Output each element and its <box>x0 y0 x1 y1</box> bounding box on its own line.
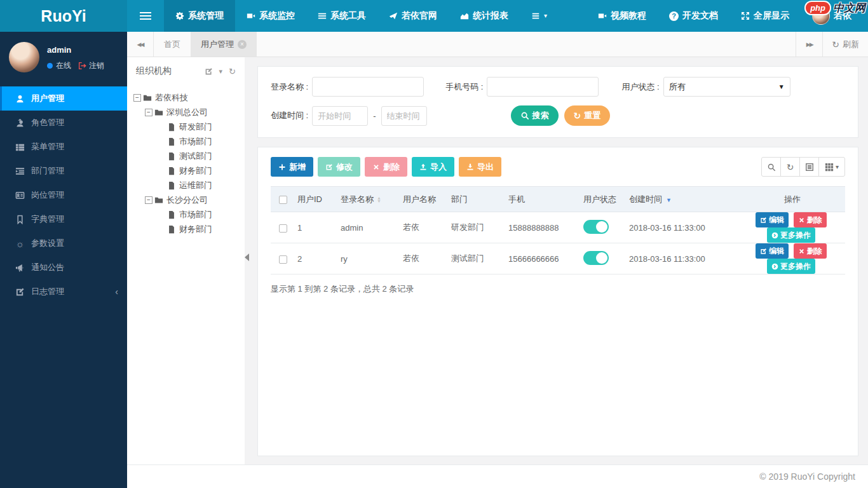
col-status: 用户状态 <box>583 194 616 204</box>
sidebar-item-log-manage[interactable]: 日志管理 ‹ <box>0 280 127 304</box>
sort-icons[interactable]: ▲▼ <box>377 196 381 203</box>
file-icon <box>167 181 176 190</box>
collapse-expander-icon[interactable] <box>145 109 153 116</box>
sidebar-item-dict-manage[interactable]: 字典管理 <box>0 207 127 231</box>
status-toggle[interactable] <box>583 220 609 234</box>
export-button[interactable]: 导出 <box>459 157 501 177</box>
nav-item-system-manage[interactable]: 系统管理 <box>164 0 235 32</box>
row-more-button[interactable]: 更多操作 <box>767 227 815 243</box>
tree-node[interactable]: 长沙分公司 <box>133 193 242 207</box>
chevron-left-icon: ‹ <box>115 287 118 297</box>
nav-item-fullscreen[interactable]: 全屏显示 <box>729 0 801 32</box>
sidebar-item-dept-manage[interactable]: 部门管理 <box>0 159 127 183</box>
tree-node-label: 深圳总公司 <box>166 107 208 118</box>
tree-node-root[interactable]: 若依科技 <box>133 90 242 105</box>
delete-button-label: 删除 <box>383 161 400 173</box>
edit-icon[interactable] <box>205 67 213 76</box>
row-checkbox[interactable] <box>279 255 287 264</box>
row-delete-button[interactable]: 删除 <box>794 212 827 227</box>
nav-item-more-menu[interactable]: ▾ <box>520 0 559 32</box>
import-button[interactable]: 导入 <box>412 157 454 177</box>
php-badge: php <box>804 1 831 15</box>
user-table: 用户ID 登录名称▲▼ 用户名称 部门 手机 用户状态 创建时间▼ 操作 <box>271 186 845 274</box>
phone-input[interactable] <box>487 77 599 97</box>
columns-button[interactable]: ▾ <box>818 157 845 177</box>
col-login-name[interactable]: 登录名称▲▼ <box>338 187 400 212</box>
add-button[interactable]: 新增 <box>271 157 313 177</box>
login-name-input[interactable] <box>312 77 424 97</box>
nav-item-system-tools[interactable]: 系统工具 <box>306 0 377 32</box>
search-icon <box>767 163 776 172</box>
tree-node[interactable]: 测试部门 <box>133 149 242 163</box>
sidebar-item-menu-manage[interactable]: 菜单管理 <box>0 135 127 159</box>
delete-button[interactable]: 删除 <box>365 157 407 177</box>
nav-item-video-tutorial[interactable]: 视频教程 <box>587 0 658 32</box>
reset-button-label: 重置 <box>584 110 600 121</box>
nav-item-statistics[interactable]: 统计报表 <box>449 0 520 32</box>
tree-node[interactable]: 研发部门 <box>133 119 242 134</box>
row-more-button[interactable]: 更多操作 <box>767 259 815 274</box>
start-time-input[interactable] <box>312 106 368 126</box>
cell-login-name: ry <box>338 243 400 274</box>
cell-created: 2018-03-16 11:33:00 <box>627 243 740 274</box>
refresh-icon: ↻ <box>787 163 794 172</box>
nav-item-system-monitor[interactable]: 系统监控 <box>235 0 306 32</box>
tree-node[interactable]: 运维部门 <box>133 178 242 193</box>
user-avatar[interactable] <box>9 42 39 72</box>
status-toggle[interactable] <box>583 251 609 265</box>
double-chevron-left-icon: ◀◀ <box>137 41 144 48</box>
sidebar-toggle-button[interactable] <box>127 0 164 32</box>
nav-item-official-site[interactable]: 若依官网 <box>377 0 449 32</box>
show-search-button[interactable] <box>761 157 781 177</box>
toggle-view-button[interactable] <box>799 157 819 177</box>
sidebar-item-role-manage[interactable]: 角色管理 <box>0 111 127 135</box>
user-table-panel: 新增 修改 删除 导入 导出 <box>257 147 858 456</box>
row-edit-button[interactable]: 编辑 <box>756 212 789 227</box>
search-button[interactable]: 搜索 <box>511 105 559 126</box>
tabs-scroll-left-button[interactable]: ◀◀ <box>127 32 154 57</box>
user-status-label: 用户状态 : <box>621 81 659 93</box>
refresh-table-button[interactable]: ↻ <box>780 157 800 177</box>
sidebar-item-label: 参数设置 <box>31 238 64 249</box>
tree-node[interactable]: 深圳总公司 <box>133 105 242 119</box>
refresh-icon[interactable]: ↻ <box>229 67 236 76</box>
tab-home[interactable]: 首页 <box>154 32 191 57</box>
collapse-expander-icon[interactable] <box>145 196 153 204</box>
close-icon[interactable]: × <box>238 40 247 49</box>
tree-node[interactable]: 市场部门 <box>133 134 242 149</box>
end-time-input[interactable] <box>381 106 427 126</box>
sidebar-item-label: 通知公告 <box>31 262 64 273</box>
tree-collapse-handle[interactable] <box>245 254 249 261</box>
user-name: admin <box>47 45 104 55</box>
edit-button[interactable]: 修改 <box>318 157 360 177</box>
logout-link[interactable]: 注销 <box>78 60 104 71</box>
brand-logo[interactable]: RuoYi <box>0 0 127 32</box>
tabs-scroll-right-button[interactable]: ▶▶ <box>796 32 822 57</box>
sidebar-item-post-manage[interactable]: 岗位管理 <box>0 183 127 207</box>
tree-node-label: 测试部门 <box>179 151 212 162</box>
collapse-expander-icon[interactable] <box>133 94 141 102</box>
row-edit-button[interactable]: 编辑 <box>756 243 789 259</box>
sidebar-item-param-config[interactable]: ☼ 参数设置 <box>0 231 127 255</box>
phone-label: 手机号码 : <box>445 81 483 93</box>
user-status-select[interactable]: 所有 ▼ <box>663 77 790 97</box>
row-checkbox[interactable] <box>279 224 287 233</box>
col-created[interactable]: 创建时间▼ <box>627 187 740 212</box>
tree-node[interactable]: 财务部门 <box>133 163 242 178</box>
tab-user-manage[interactable]: 用户管理 × <box>191 32 257 57</box>
export-button-label: 导出 <box>477 161 494 173</box>
sidebar-item-notice[interactable]: 通知公告 <box>0 255 127 280</box>
select-all-checkbox[interactable] <box>279 196 287 204</box>
tab-bar: ◀◀ 首页 用户管理 × ▶▶ ↻ 刷新 <box>127 32 868 57</box>
row-delete-button[interactable]: 删除 <box>794 243 827 259</box>
nav-item-dev-docs[interactable]: ? 开发文档 <box>658 0 729 32</box>
th-list-icon <box>15 142 25 152</box>
cell-user-name: 若依 <box>400 243 449 274</box>
chevron-down-icon[interactable]: ▾ <box>219 68 223 75</box>
tree-node[interactable]: 市场部门 <box>133 207 242 222</box>
reset-button[interactable]: ↻ 重置 <box>564 105 611 126</box>
sidebar-item-user-manage[interactable]: 用户管理 <box>0 86 127 111</box>
tree-node[interactable]: 财务部门 <box>133 222 242 236</box>
refresh-tab-button[interactable]: ↻ 刷新 <box>822 32 868 57</box>
sidebar: admin 在线 注销 用户管理 角色管理 菜单管理 部门管理 <box>0 32 127 488</box>
